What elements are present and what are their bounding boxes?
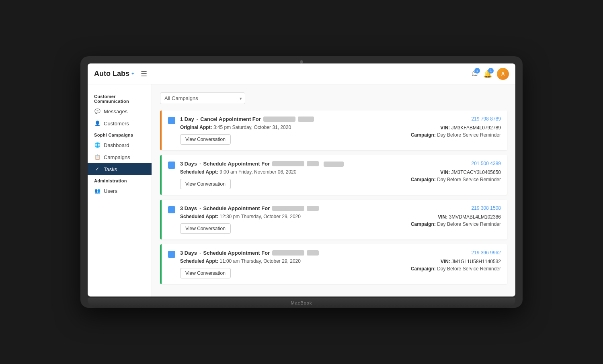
laptop-brand-label: MacBook [291,301,312,305]
task-appt-2: Scheduled Appt: 9:00 am Friday, November… [180,169,406,175]
task-appt-4: Scheduled Appt: 11:00 am Thursday, Octob… [180,258,406,264]
dashboard-icon: 🌐 [94,142,100,148]
view-conversation-button-3[interactable]: View Conversation [180,223,231,234]
tasks-notification-button[interactable]: 🗂 1 [471,70,478,78]
task-action-sep-2: · [199,161,201,167]
task-vin-3: VIN: 3MVDMABL4LM102386 [411,214,501,220]
task-appt-label-1: Original Appt: [180,125,212,130]
task-phone-3: 219 308 1508 [411,205,501,211]
task-vin-label-4: VIN: [441,259,450,264]
task-phone-2: 201 500 4389 [411,161,501,166]
task-vin-value-1: JM3KFABM4L0792789 [451,125,501,131]
task-title-1: 1 Day · Cancel Appointment For [180,116,406,122]
task-customer-name-4 [272,250,304,256]
task-card-1: 1 Day · Cancel Appointment For Original … [160,110,507,150]
task-card-3: 3 Days · Schedule Appointment For Schedu… [160,200,507,239]
task-action-text-4: Schedule Appointment For [203,250,270,256]
campaigns-icon: 📋 [94,154,100,160]
task-meta-2: 201 500 4389 VIN: JM3TCACY3L0405650 Camp… [411,161,501,189]
task-checkbox-4[interactable] [168,251,175,258]
task-appt-label-2: Scheduled Appt: [180,169,218,175]
sidebar: Customer Communication 💬 Messages 👤 Cust… [88,84,152,297]
task-appt-value-4: 11:00 am Thursday, October 29, 2020 [219,258,301,264]
task-campaign-1: Campaign: Day Before Service Reminder [411,132,501,138]
task-campaign-label-3: Campaign: [411,221,436,227]
campaigns-filter-select[interactable]: All Campaigns Day Before Service Reminde… [160,92,245,104]
task-body-1: 1 Day · Cancel Appointment For Original … [180,116,406,145]
task-customer-name-2 [272,161,304,166]
task-campaign-label-1: Campaign: [411,132,436,138]
task-meta-3: 219 308 1508 VIN: 3MVDMABL4LM102386 Camp… [411,205,501,234]
view-conversation-button-2[interactable]: View Conversation [180,179,231,189]
task-vin-label-2: VIN: [440,170,450,175]
messages-icon: 💬 [94,108,100,115]
task-meta-1: 219 798 8789 VIN: JM3KFABM4L0792789 Camp… [411,116,501,145]
app-name: Auto Labs [94,70,129,78]
task-vin-4: VIN: JM1GL1U58H1140532 [411,259,501,264]
task-customer-name-3 [272,206,304,211]
task-customer-name-4b [307,250,319,256]
task-days-4: 3 Days [180,250,197,256]
task-customer-name-1b [298,117,314,122]
task-vin-value-2: JM3TCACY3L0405650 [451,170,501,175]
sidebar-item-label-dashboard: Dashboard [104,142,129,148]
task-appt-value-2: 9:00 am Friday, November 06, 2020 [219,169,296,175]
task-campaign-label-4: Campaign: [411,266,436,272]
alerts-notification-button[interactable]: 🔔 1 [483,70,492,78]
task-title-3: 3 Days · Schedule Appointment For [180,205,406,211]
avatar[interactable]: A [497,68,509,80]
sidebar-item-tasks[interactable]: ✓ Tasks [88,163,152,175]
task-checkbox-3[interactable] [168,206,175,213]
sidebar-section-sophi-campaigns: Sophi Campaigns [88,129,152,139]
task-appt-label-3: Scheduled Appt: [180,214,218,219]
laptop-camera [300,60,303,63]
task-title-4: 3 Days · Schedule Appointment For [180,250,406,256]
task-checkbox-2[interactable] [168,162,175,169]
app-logo: Auto Labs✦ [94,70,134,78]
hamburger-menu-button[interactable]: ☰ [141,70,147,78]
task-action-sep-4: · [199,250,201,256]
filter-select-wrapper[interactable]: All Campaigns Day Before Service Reminde… [160,92,245,104]
task-card-2: 3 Days · Schedule Appointment For [160,155,507,195]
top-navigation: Auto Labs✦ ☰ 🗂 1 🔔 1 A [88,63,515,84]
task-appt-3: Scheduled Appt: 12:30 pm Thursday, Octob… [180,214,406,219]
task-customer-name-3b [307,206,319,211]
task-vin-label-3: VIN: [438,214,447,220]
content-area: Customer Communication 💬 Messages 👤 Cust… [88,84,515,297]
task-card-4: 3 Days · Schedule Appointment For Schedu… [160,244,507,284]
task-phone-1: 219 798 8789 [411,116,501,122]
sidebar-item-messages[interactable]: 💬 Messages [88,105,152,117]
task-campaign-4: Campaign: Day Before Service Reminder [411,266,501,272]
view-conversation-button-4[interactable]: View Conversation [180,268,231,278]
task-action-sep-3: · [199,205,201,211]
sidebar-item-customers[interactable]: 👤 Customers [88,117,152,129]
sidebar-item-users[interactable]: 👥 Users [88,185,152,197]
task-campaign-value-3: Day Before Service Reminder [437,221,501,227]
sidebar-section-customer-communication: Customer Communication [88,91,152,105]
sidebar-item-dashboard[interactable]: 🌐 Dashboard [88,139,152,151]
topnav-left: Auto Labs✦ ☰ [94,70,147,78]
task-card-inner-3: 3 Days · Schedule Appointment For Schedu… [162,200,507,239]
task-campaign-value-4: Day Before Service Reminder [437,266,501,272]
sidebar-item-campaigns[interactable]: 📋 Campaigns [88,151,152,163]
task-checkbox-1[interactable] [168,117,175,124]
sidebar-item-label-tasks: Tasks [104,166,117,172]
view-conversation-button-1[interactable]: View Conversation [180,134,231,145]
users-icon: 👥 [94,188,100,194]
task-action-text-3: Schedule Appointment For [203,205,270,211]
task-days-2: 3 Days [180,161,197,167]
sidebar-item-label-customers: Customers [104,121,129,127]
task-title-2: 3 Days · Schedule Appointment For [180,161,406,167]
task-action-text-2: Schedule Appointment For [203,161,270,167]
task-card-inner-2: 3 Days · Schedule Appointment For [162,155,507,195]
task-campaign-2: Campaign: Day Before Service Reminder [411,177,501,182]
main-content: All Campaigns Day Before Service Reminde… [152,84,515,297]
task-appt-label-4: Scheduled Appt: [180,258,218,264]
task-body-4: 3 Days · Schedule Appointment For Schedu… [180,250,406,278]
task-body-2: 3 Days · Schedule Appointment For [180,161,406,189]
task-customer-name-2b [307,161,319,166]
sidebar-item-label-campaigns: Campaigns [104,154,130,160]
task-body-3: 3 Days · Schedule Appointment For Schedu… [180,205,406,234]
task-action-1: · [197,116,198,122]
task-phone-4: 219 396 9962 [411,250,501,256]
